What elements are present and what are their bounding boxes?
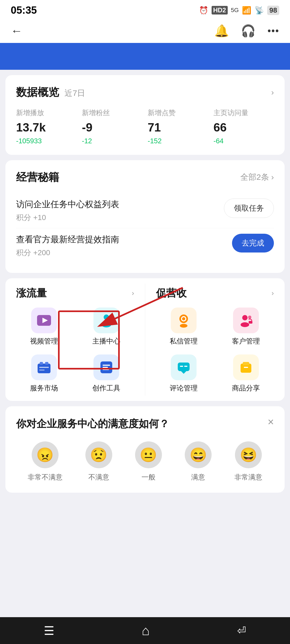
tool-message-management-icon <box>171 308 197 333</box>
svg-rect-7 <box>45 362 48 365</box>
tools-right-header: 促营收 › <box>156 286 274 300</box>
emoji-very-satisfied-face: 😆 <box>235 441 262 468</box>
tool-creation-tools-label: 创作工具 <box>92 383 120 393</box>
data-overview-title: 数据概览 <box>16 86 59 98</box>
tools-inner: 涨流量 › 视频管理 <box>5 278 285 401</box>
satisfaction-title: 你对企业服务中心的满意度如何？ <box>16 417 274 431</box>
bottom-nav: ☰ ⌂ ⏎ <box>0 617 290 644</box>
tips-item-1: 查看官方最新经营提效指南 积分 +200 去完成 <box>16 228 274 263</box>
metric-plays-label: 新增播放 <box>16 108 77 118</box>
tool-creation-tools[interactable]: 创作工具 <box>78 354 134 393</box>
tips-item-1-text: 查看官方最新经营提效指南 积分 +200 <box>16 234 232 258</box>
svg-rect-6 <box>40 362 43 365</box>
status-bar: 05:35 ⏰ HD2 5G 📶 📡 98 <box>0 0 290 19</box>
tools-left-grid: 视频管理 主播中心 <box>16 308 134 393</box>
emoji-neutral-label: 一般 <box>142 473 155 482</box>
emoji-unsatisfied-label: 不满意 <box>88 473 109 482</box>
emoji-neutral[interactable]: 😐 一般 <box>135 441 162 482</box>
metric-plays-value: 13.7k <box>16 121 77 134</box>
emoji-satisfied[interactable]: 😄 满意 <box>185 441 212 482</box>
metric-visits-change: -64 <box>213 137 274 145</box>
headset-icon[interactable]: 🎧 <box>241 24 256 38</box>
svg-rect-27 <box>243 362 249 365</box>
tools-left-more[interactable]: › <box>132 289 134 297</box>
tools-right-grid: 私信管理 客户管理 <box>156 308 274 393</box>
svg-rect-22 <box>178 363 190 371</box>
metric-likes-value: 71 <box>148 121 208 134</box>
svg-rect-21 <box>249 321 252 324</box>
emoji-unsatisfied[interactable]: 😟 不满意 <box>85 441 112 482</box>
tips-item-1-button[interactable]: 去完成 <box>232 234 274 253</box>
signal-5g-icon: 5G <box>231 7 239 14</box>
tips-item-0-title: 访问企业任务中心权益列表 <box>16 199 224 210</box>
tool-product-share-label: 商品分享 <box>232 383 260 393</box>
tips-item-0-button[interactable]: 领取任务 <box>224 199 274 218</box>
blue-banner <box>0 43 290 70</box>
metric-plays: 新增播放 13.7k -105933 <box>16 108 77 145</box>
tool-video-management-icon <box>31 308 57 333</box>
alarm-icon: ⏰ <box>199 6 208 15</box>
bottom-nav-home-icon[interactable]: ⌂ <box>142 623 150 638</box>
tool-message-management[interactable]: 私信管理 <box>156 308 212 346</box>
bottom-nav-back-icon[interactable]: ⏎ <box>237 624 246 637</box>
status-icons: ⏰ HD2 5G 📶 📡 98 <box>199 6 279 15</box>
tool-product-share-icon <box>233 354 259 380</box>
tools-right-more[interactable]: › <box>271 289 274 297</box>
wifi-icon: 📡 <box>255 6 264 15</box>
data-overview-more[interactable]: › <box>271 88 274 97</box>
svg-point-18 <box>242 315 248 320</box>
more-options-icon[interactable]: ••• <box>267 25 279 36</box>
tool-service-market-label: 服务市场 <box>30 383 58 393</box>
svg-rect-8 <box>39 367 49 368</box>
tool-product-share[interactable]: 商品分享 <box>218 354 274 393</box>
tool-anchor-center[interactable]: 主播中心 <box>78 308 134 346</box>
emoji-row: 😠 非常不满意 😟 不满意 😐 一般 😄 满意 😆 非常满意 <box>16 441 274 482</box>
tool-anchor-center-icon <box>93 308 119 333</box>
status-time: 05:35 <box>11 5 37 16</box>
emoji-very-satisfied[interactable]: 😆 非常满意 <box>234 441 262 482</box>
svg-point-4 <box>109 317 111 320</box>
tools-left-header: 涨流量 › <box>16 286 134 300</box>
svg-point-2 <box>104 314 109 320</box>
svg-point-19 <box>241 322 249 327</box>
metric-fans-change: -12 <box>82 137 142 145</box>
tool-comment-management[interactable]: 评论管理 <box>156 354 212 393</box>
svg-point-20 <box>248 316 251 319</box>
metric-likes: 新增点赞 71 -152 <box>148 108 208 145</box>
tips-header: 经营秘籍 全部2条 › <box>16 170 274 185</box>
emoji-satisfied-face: 😄 <box>185 441 212 468</box>
tool-video-management[interactable]: 视频管理 <box>16 308 72 346</box>
svg-rect-13 <box>103 369 109 370</box>
tool-customer-management-label: 客户管理 <box>232 336 260 346</box>
tips-more[interactable]: 全部2条 › <box>240 172 274 183</box>
tool-video-management-label: 视频管理 <box>30 336 58 346</box>
tools-card: 涨流量 › 视频管理 <box>5 278 285 401</box>
tools-right-title: 促营收 <box>156 286 187 300</box>
emoji-neutral-face: 😐 <box>135 441 162 468</box>
tips-item-0-score: 积分 +10 <box>16 213 224 223</box>
tips-item-0: 访问企业任务中心权益列表 积分 +10 领取任务 <box>16 193 274 228</box>
battery-icon: 98 <box>267 6 279 15</box>
data-overview-header: 数据概览 近7日 › <box>16 85 274 100</box>
tips-title: 经营秘籍 <box>16 170 59 185</box>
bottom-nav-menu-icon[interactable]: ☰ <box>44 624 54 638</box>
tool-anchor-center-label: 主播中心 <box>92 336 120 346</box>
tool-customer-management[interactable]: 客户管理 <box>218 308 274 346</box>
emoji-unsatisfied-face: 😟 <box>85 441 112 468</box>
svg-point-16 <box>182 317 185 320</box>
tips-item-1-score: 积分 +200 <box>16 248 232 258</box>
svg-rect-23 <box>180 366 183 367</box>
tools-right: 促营收 › 私信管理 <box>145 278 285 401</box>
notification-icon[interactable]: 🔔 <box>214 24 229 38</box>
tips-card: 经营秘籍 全部2条 › 访问企业任务中心权益列表 积分 +10 领取任务 查看官… <box>5 160 285 273</box>
svg-marker-25 <box>181 371 186 374</box>
tips-item-0-text: 访问企业任务中心权益列表 积分 +10 <box>16 199 224 223</box>
back-button[interactable]: ← <box>11 24 23 38</box>
tool-service-market[interactable]: 服务市场 <box>16 354 72 393</box>
emoji-very-satisfied-label: 非常满意 <box>234 473 262 482</box>
satisfaction-close-button[interactable]: × <box>268 416 274 428</box>
metric-fans: 新增粉丝 -9 -12 <box>82 108 142 145</box>
emoji-very-unsatisfied[interactable]: 😠 非常不满意 <box>28 441 63 482</box>
tips-item-1-title: 查看官方最新经营提效指南 <box>16 234 232 246</box>
metric-plays-change: -105933 <box>16 137 77 145</box>
